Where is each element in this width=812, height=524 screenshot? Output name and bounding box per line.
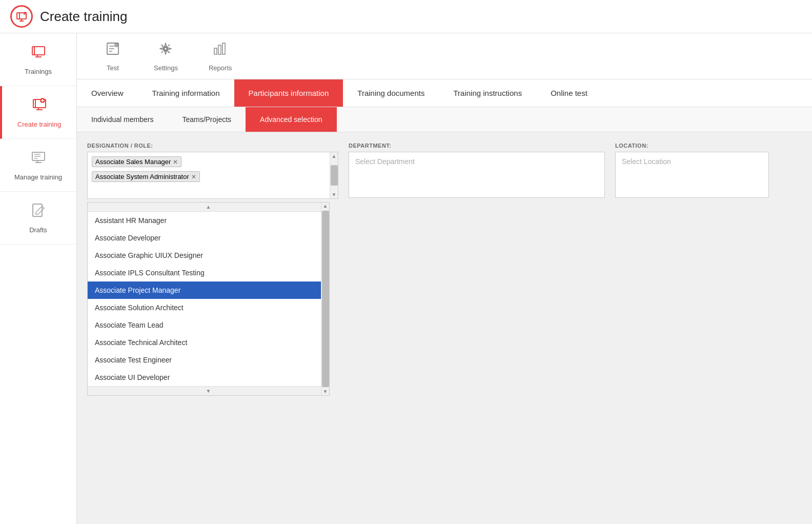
svg-text:+: + xyxy=(25,12,26,15)
sidebar-item-create-training[interactable]: Create training xyxy=(0,86,76,139)
form-area: DESIGNATION / ROLE: Associate Sales Mana… xyxy=(77,132,812,524)
top-nav-test-label: Test xyxy=(107,64,119,72)
svg-line-41 xyxy=(161,51,163,53)
main-layout: Trainings Create training xyxy=(0,33,812,524)
sidebar-item-manage-training-label: Manage training xyxy=(14,173,62,181)
top-nav-item-test[interactable]: Test xyxy=(87,36,138,77)
svg-line-38 xyxy=(161,45,163,46)
app-logo-icon: + xyxy=(10,5,33,28)
settings-icon xyxy=(158,41,173,60)
tab-overview[interactable]: Overview xyxy=(77,79,138,107)
multiselect-tags-2: Associate System Administrator ✕ xyxy=(90,169,336,184)
multiselect-tags: Associate Sales Manager ✕ xyxy=(90,154,336,169)
top-nav-reports-label: Reports xyxy=(209,64,232,72)
department-placeholder: Select Department xyxy=(355,157,415,166)
dropdown-item-assoc-graphic[interactable]: Associate Graphic UIUX Designer xyxy=(88,247,329,264)
dropdown-scrollbar: ▲ ▼ xyxy=(321,203,329,395)
top-nav-settings-label: Settings xyxy=(154,64,178,72)
designation-search-input[interactable] xyxy=(90,184,336,196)
dropdown-item-assoc-tech-arch[interactable]: Associate Technical Architect xyxy=(88,334,329,351)
dropdown-item-assistant-hr[interactable]: Assistant HR Manager xyxy=(88,212,329,229)
form-row: DESIGNATION / ROLE: Associate Sales Mana… xyxy=(87,143,802,396)
drafts-icon xyxy=(30,202,47,222)
location-placeholder: Select Location xyxy=(622,157,671,166)
dropdown-item-assoc-dev[interactable]: Associate Developer xyxy=(88,229,329,247)
sidebar-item-create-training-label: Create training xyxy=(17,120,61,128)
dropdown-item-assoc-ui-dev[interactable]: Associate UI Developer xyxy=(88,369,329,386)
tag-assoc-sysadmin[interactable]: Associate System Administrator ✕ xyxy=(92,171,200,182)
dropdown-item-assoc-solution[interactable]: Associate Solution Architect xyxy=(88,299,329,316)
dropdown-scroll-down-btn[interactable]: ▼ xyxy=(88,386,329,395)
department-select[interactable]: Select Department xyxy=(349,152,605,198)
dropdown-up-icon: ▲ xyxy=(206,204,211,210)
svg-rect-42 xyxy=(214,48,217,54)
content-area: Test xyxy=(77,33,812,524)
tag-assoc-sysadmin-label: Associate System Administrator xyxy=(95,173,189,180)
sidebar-item-trainings[interactable]: Trainings xyxy=(0,33,76,86)
sub-tab-bar: Individual members Teams/Projects Advanc… xyxy=(77,107,812,132)
scroll-down-arrow[interactable]: ▼ xyxy=(332,192,337,197)
manage-training-icon xyxy=(30,149,47,169)
designation-dropdown: ▲ Assistant HR Manager Associate Develop… xyxy=(87,202,330,396)
sub-tab-advanced-selection[interactable]: Advanced selection xyxy=(246,107,336,132)
dropdown-item-assoc-pm[interactable]: Associate Project Manager xyxy=(88,281,329,299)
department-label: DEPARTMENT: xyxy=(349,143,605,149)
sidebar-item-drafts[interactable]: Drafts xyxy=(0,192,76,245)
tab-participants-information[interactable]: Participants information xyxy=(234,79,343,107)
designation-label: DESIGNATION / ROLE: xyxy=(87,143,338,149)
scroll-up-arrow[interactable]: ▲ xyxy=(332,153,337,159)
tag-assoc-sales[interactable]: Associate Sales Manager ✕ xyxy=(92,156,181,167)
reports-icon xyxy=(213,41,228,60)
svg-point-33 xyxy=(165,47,167,50)
trainings-icon xyxy=(30,44,47,64)
svg-line-40 xyxy=(169,45,170,46)
page-title: Create training xyxy=(40,9,128,25)
svg-rect-44 xyxy=(222,43,225,54)
test-icon xyxy=(105,41,120,60)
tag-assoc-sales-remove[interactable]: ✕ xyxy=(173,158,178,166)
header: + Create training xyxy=(0,0,812,33)
tag-assoc-sysadmin-remove[interactable]: ✕ xyxy=(191,173,196,180)
svg-rect-43 xyxy=(218,45,221,54)
dropdown-item-assoc-teamlead[interactable]: Associate Team Lead xyxy=(88,316,329,334)
tab-training-documents[interactable]: Training documents xyxy=(343,79,439,107)
sidebar: Trainings Create training xyxy=(0,33,77,524)
location-label: LOCATION: xyxy=(615,143,769,149)
scroll-thumb xyxy=(331,165,338,186)
sidebar-item-drafts-label: Drafts xyxy=(29,226,47,234)
sidebar-item-manage-training[interactable]: Manage training xyxy=(0,139,76,192)
top-nav-item-reports[interactable]: Reports xyxy=(193,36,248,77)
tab-online-test[interactable]: Online test xyxy=(536,79,602,107)
dropdown-scroll-up-btn[interactable]: ▲ xyxy=(88,203,329,212)
svg-line-39 xyxy=(169,51,170,53)
designation-multiselect[interactable]: Associate Sales Manager ✕ Associate Syst… xyxy=(87,152,338,199)
tab-training-information[interactable]: Training information xyxy=(138,79,234,107)
designation-group: DESIGNATION / ROLE: Associate Sales Mana… xyxy=(87,143,338,396)
multiselect-scrollbar: ▲ ▼ xyxy=(330,152,338,198)
dropdown-scroll-thumb xyxy=(322,211,329,387)
sidebar-item-trainings-label: Trainings xyxy=(25,68,52,75)
department-group: DEPARTMENT: Select Department xyxy=(349,143,605,198)
dropdown-scroll-down-icon[interactable]: ▼ xyxy=(323,389,328,394)
location-select[interactable]: Select Location xyxy=(615,152,769,198)
dropdown-item-assoc-test-eng[interactable]: Associate Test Engineer xyxy=(88,351,329,369)
create-training-icon xyxy=(31,96,48,116)
tag-assoc-sales-label: Associate Sales Manager xyxy=(95,158,171,166)
dropdown-down-icon: ▼ xyxy=(206,388,211,394)
sub-tab-teams-projects[interactable]: Teams/Projects xyxy=(168,107,246,132)
top-nav: Test xyxy=(77,33,812,79)
sub-tab-individual-members[interactable]: Individual members xyxy=(77,107,168,132)
dropdown-item-assoc-ipls[interactable]: Associate IPLS Consultant Testing xyxy=(88,264,329,281)
tab-training-instructions[interactable]: Training instructions xyxy=(439,79,536,107)
top-nav-item-settings[interactable]: Settings xyxy=(138,36,193,77)
location-group: LOCATION: Select Location xyxy=(615,143,769,198)
dropdown-scroll-up-icon[interactable]: ▲ xyxy=(323,204,328,209)
tab-bar: Overview Training information Participan… xyxy=(77,79,812,107)
